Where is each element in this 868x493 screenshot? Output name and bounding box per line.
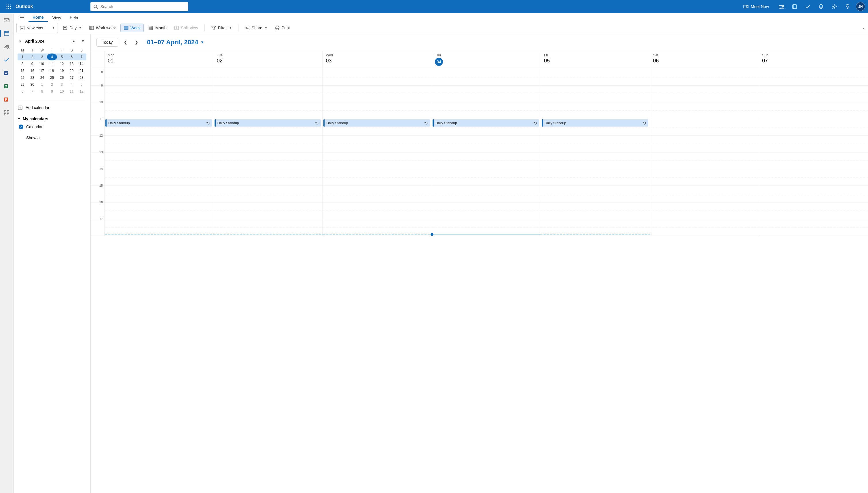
day-column[interactable]	[650, 69, 759, 236]
mini-day-cell[interactable]: 4	[47, 53, 57, 60]
chevron-down-icon[interactable]: ▼	[265, 26, 267, 29]
time-slot[interactable]	[323, 102, 432, 119]
my-calendars-section[interactable]: ▼ My calendars	[18, 115, 86, 123]
time-slot[interactable]	[650, 69, 759, 86]
mini-day-cell[interactable]: 4	[67, 81, 77, 88]
chevron-down-icon[interactable]: ▼	[229, 26, 232, 29]
calendar-event[interactable]: Daily Standup	[432, 120, 539, 127]
day-header[interactable]: Sun07	[759, 51, 868, 69]
mini-day-cell[interactable]: 7	[77, 53, 86, 60]
more-apps-rail-icon[interactable]	[3, 109, 11, 117]
time-slot[interactable]	[214, 202, 323, 219]
time-slot[interactable]	[541, 169, 650, 186]
time-slot[interactable]	[432, 202, 541, 219]
time-slot[interactable]	[650, 86, 759, 102]
todo-header-icon[interactable]	[801, 0, 814, 13]
time-slot[interactable]	[541, 202, 650, 219]
time-slot[interactable]	[323, 202, 432, 219]
app-launcher-button[interactable]	[3, 0, 14, 13]
mini-day-cell[interactable]: 29	[18, 81, 27, 88]
day-header[interactable]: Sat06	[650, 51, 759, 69]
mail-rail-icon[interactable]	[3, 16, 11, 24]
people-rail-icon[interactable]	[3, 43, 11, 51]
mini-day-cell[interactable]: 2	[27, 53, 37, 60]
mini-day-cell[interactable]: 13	[67, 60, 77, 67]
time-slot[interactable]	[759, 102, 868, 119]
day-header[interactable]: Wed03	[323, 51, 432, 69]
word-rail-icon[interactable]: W	[3, 69, 11, 77]
time-slot[interactable]	[323, 152, 432, 169]
notifications-icon[interactable]	[814, 0, 828, 13]
time-slot[interactable]	[323, 219, 432, 236]
time-slot[interactable]	[323, 169, 432, 186]
calendar-rail-icon[interactable]	[3, 29, 11, 37]
time-slot[interactable]	[105, 152, 214, 169]
time-slot[interactable]	[541, 186, 650, 202]
mini-day-cell[interactable]: 9	[27, 60, 37, 67]
time-slot[interactable]	[214, 219, 323, 236]
meet-now-button[interactable]: Meet Now	[743, 4, 769, 9]
tab-view[interactable]: View	[48, 14, 65, 22]
mini-day-cell[interactable]: 9	[47, 88, 57, 95]
time-slot[interactable]	[214, 169, 323, 186]
time-slot[interactable]	[323, 69, 432, 86]
chevron-down-icon[interactable]: ▼	[52, 26, 55, 29]
time-slot[interactable]	[432, 69, 541, 86]
day-column[interactable]: Daily Standup	[323, 69, 432, 236]
time-slot[interactable]	[432, 86, 541, 102]
powerpoint-rail-icon[interactable]: P	[3, 95, 11, 104]
print-button[interactable]: Print	[272, 24, 293, 32]
mini-day-cell[interactable]: 8	[18, 60, 27, 67]
calendar-event[interactable]: Daily Standup	[542, 120, 648, 127]
share-button[interactable]: Share ▼	[242, 24, 270, 32]
time-slot[interactable]	[323, 186, 432, 202]
tab-home[interactable]: Home	[28, 13, 48, 22]
month-view-button[interactable]: Month	[145, 24, 169, 32]
account-avatar[interactable]: JN	[856, 2, 865, 11]
time-slot[interactable]	[650, 202, 759, 219]
time-slot[interactable]	[432, 136, 541, 152]
mini-day-cell[interactable]: 3	[37, 53, 47, 60]
tips-icon[interactable]	[841, 0, 854, 13]
todo-rail-icon[interactable]	[3, 56, 11, 64]
time-slot[interactable]	[105, 136, 214, 152]
day-column[interactable]: Daily Standup	[214, 69, 323, 236]
show-all-button[interactable]: Show all	[18, 134, 86, 142]
mini-day-cell[interactable]: 20	[67, 67, 77, 74]
mini-day-cell[interactable]: 19	[57, 67, 67, 74]
day-column[interactable]	[759, 69, 868, 236]
prev-week-button[interactable]: ❮	[122, 39, 129, 46]
time-slot[interactable]	[759, 169, 868, 186]
calendar-event[interactable]: Daily Standup	[105, 120, 212, 127]
calendar-event[interactable]: Daily Standup	[215, 120, 321, 127]
mini-day-cell[interactable]: 6	[18, 88, 27, 95]
time-slot[interactable]	[541, 152, 650, 169]
mini-day-cell[interactable]: 25	[47, 74, 57, 81]
week-view-button[interactable]: Week	[120, 24, 144, 32]
mini-day-cell[interactable]: 28	[77, 74, 86, 81]
mini-day-cell[interactable]: 1	[18, 53, 27, 60]
time-slot[interactable]	[105, 169, 214, 186]
time-slot[interactable]	[432, 219, 541, 236]
nav-toggle-button[interactable]	[16, 13, 28, 22]
time-slot[interactable]	[650, 102, 759, 119]
time-slot[interactable]	[650, 152, 759, 169]
mini-day-cell[interactable]: 16	[27, 67, 37, 74]
calendar-item[interactable]: Calendar	[18, 123, 86, 131]
time-slot[interactable]	[323, 86, 432, 102]
time-slot[interactable]	[759, 186, 868, 202]
next-month-button[interactable]: ▼	[80, 38, 86, 44]
calendar-check-icon[interactable]	[19, 125, 23, 129]
time-slot[interactable]	[432, 186, 541, 202]
time-slot[interactable]	[432, 169, 541, 186]
time-slot[interactable]	[650, 169, 759, 186]
add-calendar-button[interactable]: Add calendar	[18, 103, 86, 112]
onenote-icon[interactable]	[788, 0, 801, 13]
mini-day-cell[interactable]: 7	[27, 88, 37, 95]
month-picker-chevron-icon[interactable]: ▼	[18, 39, 23, 44]
chevron-down-icon[interactable]: ▼	[79, 26, 81, 29]
time-slot[interactable]	[541, 86, 650, 102]
mini-day-cell[interactable]: 1	[37, 81, 47, 88]
mini-day-cell[interactable]: 12	[77, 88, 86, 95]
time-slot[interactable]	[105, 69, 214, 86]
